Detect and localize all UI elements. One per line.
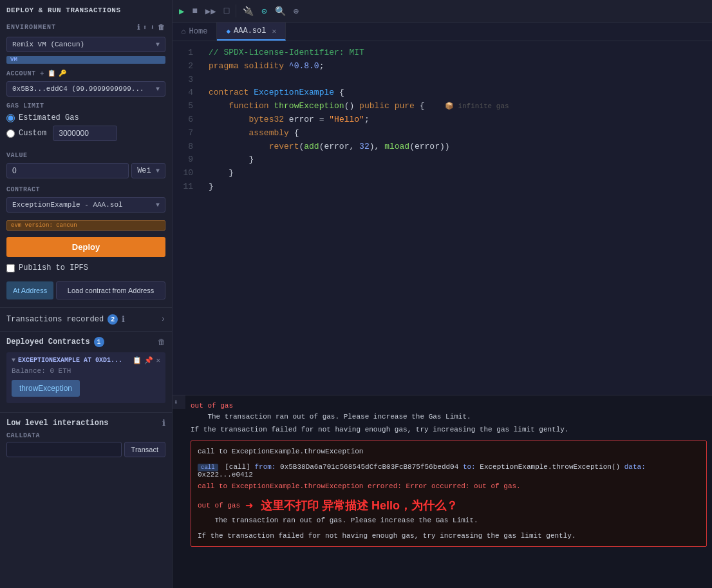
account-header: ACCOUNT ＋ 📋 🔑 [0,68,172,79]
contract-select-arrow: ▼ [156,202,160,209]
vm-badge: VM [6,56,165,64]
contract-instance-header: ▼ EXCEPTIONEXAMPLE AT 0XD1... 📋 📌 ✕ [12,356,160,365]
account-add-icon[interactable]: ＋ [39,69,46,78]
code-line-9: } [209,153,707,167]
publish-ipfs-checkbox[interactable] [6,264,15,272]
account-copy-icon[interactable]: 📋 [48,70,56,77]
code-line-8: revert(add(error, 32), mload(error)) [209,140,707,154]
tab-home[interactable]: ⌂ Home [173,23,217,41]
error-line: call to ExceptionExample.throwException … [198,482,700,490]
run-icon[interactable]: ▶ [176,3,187,19]
gas-suggestion-1: If the transaction failed for not having… [191,424,707,435]
call-line: call to ExceptionExample.throwException [198,448,700,455]
call-detail-row: call [call] from: 0x5B38Da6a701c568545dC… [198,463,700,479]
custom-gas-radio[interactable] [6,129,15,138]
contract-instance: ▼ EXCEPTIONEXAMPLE AT 0XD1... 📋 📌 ✕ Bala… [6,352,165,403]
code-lines[interactable]: // SPDX-License-Identifier: MIT pragma s… [198,41,712,395]
calldata-label: CALLDATA [6,432,165,439]
search-icon[interactable]: 🔍 [272,3,288,19]
out-of-gas-label-1: out of gas [191,401,707,412]
code-line-11: } [209,180,707,194]
gas-limit-section: GAS LIMIT Estimated Gas Custom 3000000 [0,99,172,148]
code-line-6: bytes32 error = "Hello"; [209,113,707,127]
custom-gas-input[interactable]: 3000000 [53,126,117,141]
deployed-contracts-count: 1 [94,337,104,347]
home-tab-label: Home [189,27,208,36]
estimated-gas-label: Estimated Gas [19,113,79,122]
console-area: ⬇ out of gas The transaction ran out of … [173,395,712,588]
instance-close-icon[interactable]: ✕ [156,356,160,365]
line-numbers: 1 2 3 4 5 6 7 8 9 10 11 [173,41,198,395]
aaa-sol-tab-close[interactable]: ✕ [272,27,276,35]
transactions-count: 2 [108,314,118,325]
estimated-gas-radio[interactable] [6,114,15,122]
gas-limit-label: GAS LIMIT [6,102,165,109]
publish-ipfs-label: Publish to IPFS [19,263,88,272]
console-toggle[interactable]: ⬇ [173,395,185,409]
environment-section-header: ENVIRONMENT ℹ ⬆ ⬇ 🗑 [0,18,172,34]
panel-title: DEPLOY & RUN TRANSACTIONS [0,0,172,18]
contract-select[interactable]: ExceptionExample - AAA.sol ▼ [6,197,165,213]
out-of-gas-label-2: out of gas [198,502,240,509]
load-address-button[interactable]: Load contract from Address [56,281,165,299]
deployed-contracts-title: Deployed Contracts [6,337,90,346]
transactions-chevron-icon: › [161,315,165,324]
tab-aaa-sol[interactable]: ◆ AAA.sol ✕ [217,23,286,41]
value-input[interactable] [6,163,129,178]
deploy-button[interactable]: Deploy [6,237,165,257]
chinese-annotation: 这里不打印 异常描述 Hello，为什么？ [261,498,458,513]
instance-copy-icon[interactable]: 📋 [133,356,142,365]
stop-icon[interactable]: ■ [189,3,200,19]
value-section: VALUE Wei ▼ [0,148,172,182]
at-address-button[interactable]: At Address [6,281,53,299]
log-entry-1: out of gas The transaction ran out of ga… [191,401,707,435]
account-key-icon[interactable]: 🔑 [59,70,67,77]
value-unit-select[interactable]: Wei ▼ [131,163,165,178]
zoom-in-icon[interactable]: ⊕ [291,3,301,19]
contract-instance-chevron[interactable]: ▼ [12,357,15,364]
env-info-icon[interactable]: ℹ [137,23,140,32]
evm-badge: evm version: cancun [6,220,165,231]
code-line-1: // SPDX-License-Identifier: MIT [209,46,707,60]
publish-row: Publish to IPFS [0,260,172,276]
environment-select[interactable]: Remix VM (Cancun) ▼ [6,37,165,52]
contract-section: CONTRACT ExceptionExample - AAA.sol ▼ [0,182,172,216]
out-of-gas-row: out of gas ➜ 这里不打印 异常描述 Hello，为什么？ [198,498,700,514]
deployed-contracts-section: Deployed Contracts 1 🗑 ▼ EXCEPTIONEXAMPL… [0,331,172,412]
aaa-sol-tab-label: AAA.sol [234,26,266,35]
env-delete-icon[interactable]: 🗑 [158,23,165,32]
home-tab-icon: ⌂ [182,28,186,35]
arrow-icon: ➜ [245,498,253,514]
console-content: out of gas The transaction ran out of ga… [173,395,712,557]
call-detail: [call] from: 0x5B38Da6a701c568545dCfcB03… [198,463,646,479]
calldata-input[interactable] [6,442,122,457]
low-level-section: Low level interactions ℹ CALLDATA Transa… [0,412,172,462]
throw-exception-button[interactable]: throwException [12,380,80,397]
transactions-info-icon: ℹ [122,314,125,325]
transactions-section[interactable]: Transactions recorded 2 ℹ › [0,307,172,331]
env-download-icon[interactable]: ⬇ [150,23,155,32]
plugin-icon[interactable]: 🔌 [240,3,256,19]
instance-pin-icon[interactable]: 📌 [144,356,153,365]
env-upload-icon[interactable]: ⬆ [143,23,148,32]
contract-instance-label: EXCEPTIONEXAMPLE AT 0XD1... [18,357,122,364]
custom-gas-label: Custom [19,129,46,138]
gas-suggestion-2: If the transaction failed for not having… [198,532,700,540]
toolbar-divider [236,5,236,17]
code-line-3 [209,73,707,87]
value-label: VALUE [6,152,165,159]
gas-message-2: The transaction ran out of gas. Please i… [198,517,700,524]
deployed-contracts-trash-icon[interactable]: 🗑 [158,337,165,347]
account-select[interactable]: 0x5B3...eddC4 (99.9999999999... ▼ [6,81,165,97]
code-line-10: } [209,167,707,180]
terminal-icon[interactable]: ⊙ [259,3,269,19]
code-line-7: assembly { [209,127,707,140]
low-level-title: Low level interactions [6,419,108,428]
transact-button[interactable]: Transact [124,442,165,457]
right-panel: ▶ ■ ▶▶ □ 🔌 ⊙ 🔍 ⊕ ⌂ Home ◆ AAA.sol ✕ 1 2 … [173,0,712,588]
forward-icon[interactable]: ▶▶ [203,3,219,19]
window-icon[interactable]: □ [221,3,232,19]
code-line-4: contract ExceptionExample { [209,86,707,100]
code-editor: 1 2 3 4 5 6 7 8 9 10 11 // SPDX-License-… [173,41,712,395]
code-line-2: pragma solidity ^0.8.0; [209,60,707,73]
